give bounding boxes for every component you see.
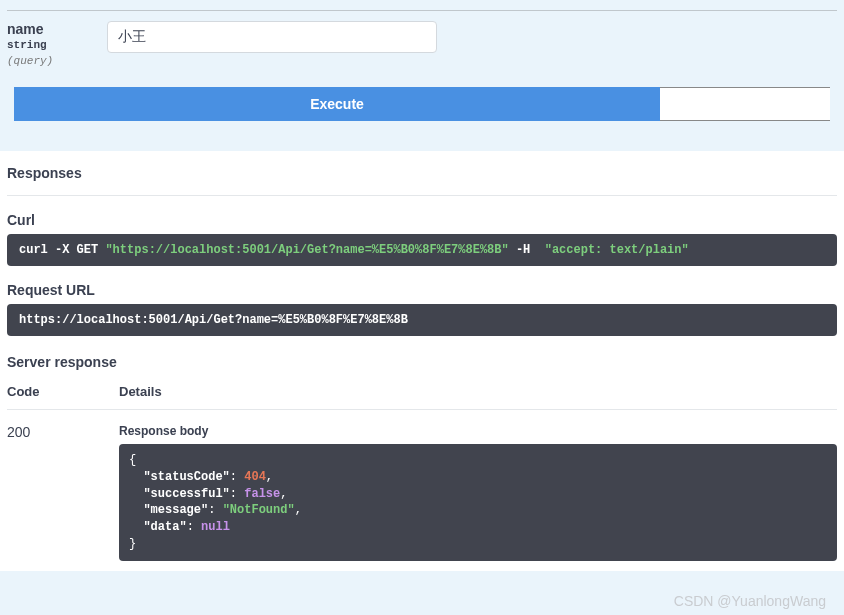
col-code: Code [7,384,119,399]
json-successful: false [244,487,280,501]
curl-label: Curl [7,212,837,228]
col-details: Details [119,384,162,399]
curl-header: "accept: text/plain" [545,243,689,257]
param-type-label: string [7,39,107,51]
response-table-head: Code Details [7,370,837,410]
response-row: 200 Response body { "statusCode": 404, "… [7,410,837,561]
clear-button[interactable] [660,87,830,121]
json-data: null [201,520,230,534]
response-details: Response body { "statusCode": 404, "succ… [119,424,837,561]
name-input[interactable] [107,21,437,53]
request-url-block: https://localhost:5001/Api/Get?name=%E5%… [7,304,837,336]
param-meta: name string (query) [7,21,107,67]
curl-prefix: curl -X GET [19,243,105,257]
button-row: Execute [0,87,844,121]
json-message: "NotFound" [223,503,295,517]
response-code: 200 [7,424,119,561]
curl-block: curl -X GET "https://localhost:5001/Api/… [7,234,837,266]
response-body-json: { "statusCode": 404, "successful": false… [119,444,837,561]
param-input-wrap [107,21,437,67]
request-url-label: Request URL [7,282,837,298]
parameter-row: name string (query) [0,11,844,87]
curl-hflag: -H [509,243,545,257]
server-response-label: Server response [7,354,837,370]
curl-url: "https://localhost:5001/Api/Get?name=%E5… [105,243,508,257]
param-location-label: (query) [7,55,107,67]
param-name-label: name [7,21,107,37]
execute-button[interactable]: Execute [14,87,660,121]
responses-section: Responses Curl curl -X GET "https://loca… [0,151,844,571]
responses-heading: Responses [7,165,837,196]
response-body-label: Response body [119,424,837,438]
